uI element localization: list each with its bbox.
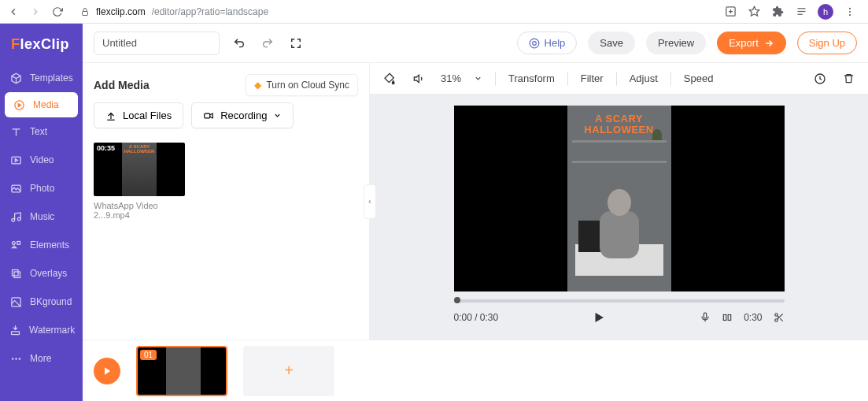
sidebar-item-label: Music [30,211,54,222]
cloud-sync-button[interactable]: ◆ Turn on Cloud Sync [246,74,358,96]
sidebar-item-label: Overlays [30,268,67,279]
sidebar-item-bkground[interactable]: BKground [0,288,83,316]
chevron-down-icon[interactable] [474,74,482,83]
svg-point-24 [532,41,536,45]
media-item[interactable]: A SCARY HALLOWEEN 00:35 WhatsApp Video 2… [94,143,185,220]
topbar: Help Save Preview Export Sign Up [83,24,868,63]
thumb-duration: 00:35 [97,144,115,152]
browser-reload[interactable] [50,5,65,19]
overlays-icon [9,267,22,280]
star-icon[interactable] [747,5,761,19]
video-icon [9,154,22,166]
sidebar: FlexClip Templates Media Text Video Phot… [0,24,83,401]
zoom-level[interactable]: 31% [441,72,461,84]
lock-icon [80,7,90,17]
url-bar[interactable]: flexclip.com/editor/app?ratio=landscape [72,6,715,17]
templates-icon [9,72,22,84]
browser-back[interactable] [6,5,20,19]
mic-icon[interactable] [700,312,711,323]
svg-point-14 [12,241,15,244]
preview-button[interactable]: Preview [646,32,706,54]
sidebar-item-label: Text [30,126,47,137]
sidebar-item-more[interactable]: More [0,344,83,373]
sidebar-item-label: BKground [30,296,72,307]
extensions-icon[interactable] [770,5,785,19]
transform-button[interactable]: Transform [508,72,555,84]
sidebar-item-music[interactable]: Music [0,202,83,231]
media-panel: Add Media ◆ Turn on Cloud Sync Local Fil… [83,63,370,340]
sidebar-item-templates[interactable]: Templates [0,64,83,92]
svg-point-30 [774,314,778,317]
svg-rect-16 [12,269,18,276]
export-button[interactable]: Export [717,32,786,54]
url-host: flexclip.com [96,6,146,17]
local-files-button[interactable]: Local Files [94,102,183,128]
time-display: 0:00 / 0:30 [454,312,499,323]
recording-button[interactable]: Recording [191,102,294,128]
play-button[interactable] [592,310,606,325]
text-icon [9,125,22,138]
sidebar-item-label: Elements [30,239,69,251]
timeline-clip[interactable]: 01 [136,346,227,396]
record-icon [203,110,214,121]
project-title-input[interactable] [94,32,220,55]
arrow-right-icon [763,38,774,49]
delete-icon[interactable] [840,70,857,87]
media-heading: Add Media [94,79,150,91]
speed-button[interactable]: Speed [684,72,714,84]
svg-point-8 [849,14,851,16]
split-icon[interactable] [722,312,733,323]
upload-icon [105,110,116,121]
sidebar-item-elements[interactable]: Elements [0,231,83,259]
signup-button[interactable]: Sign Up [797,32,857,54]
svg-rect-0 [83,11,88,15]
chevron-down-icon [273,111,282,120]
browser-forward[interactable] [28,5,42,19]
sidebar-item-label: Video [30,154,54,165]
install-icon[interactable] [723,5,737,19]
logo: FlexClip [0,32,83,64]
save-button[interactable]: Save [588,32,635,54]
menu-dots-icon[interactable] [843,5,857,19]
photo-icon [9,182,22,195]
preview-toolbar: 31% Transform Filter Adjust Speed [370,63,868,95]
progress-bar[interactable] [454,299,785,303]
music-icon [9,210,22,223]
sidebar-item-overlays[interactable]: Overlays [0,259,83,288]
svg-marker-2 [749,6,759,16]
svg-point-12 [11,218,14,221]
collapse-panel-button[interactable]: ‹ [364,184,376,219]
svg-point-13 [17,217,20,221]
help-button[interactable]: Help [517,32,578,54]
add-clip-button[interactable]: + [243,346,334,396]
clock-icon[interactable] [811,70,829,87]
sidebar-item-label: Templates [30,72,73,84]
clip-number: 01 [140,350,157,360]
scissors-icon[interactable] [774,312,785,323]
paint-bucket-icon[interactable] [381,70,398,87]
svg-point-21 [15,358,17,360]
media-icon [13,98,25,111]
adjust-button[interactable]: Adjust [630,72,658,84]
fullscreen-button[interactable] [287,35,305,52]
sidebar-item-watermark[interactable]: Watermark [0,316,83,344]
svg-rect-10 [11,157,20,164]
filter-button[interactable]: Filter [581,72,604,84]
svg-rect-27 [704,313,707,318]
profile-avatar[interactable]: h [818,4,833,20]
video-preview[interactable]: A SCARYHALLOWEEN [454,106,785,291]
svg-point-23 [530,39,539,48]
reading-list-icon[interactable] [794,5,808,19]
more-icon [9,352,22,365]
redo-button[interactable] [259,35,276,52]
sidebar-item-video[interactable]: Video [0,146,83,174]
timeline-play-button[interactable] [94,358,120,384]
svg-point-22 [18,358,20,360]
sidebar-item-media[interactable]: Media [5,92,78,117]
sidebar-item-photo[interactable]: Photo [0,174,83,202]
undo-button[interactable] [231,35,248,52]
svg-point-31 [774,319,778,322]
volume-icon[interactable] [411,70,428,87]
diamond-icon: ◆ [254,80,261,91]
sidebar-item-text[interactable]: Text [0,117,83,146]
